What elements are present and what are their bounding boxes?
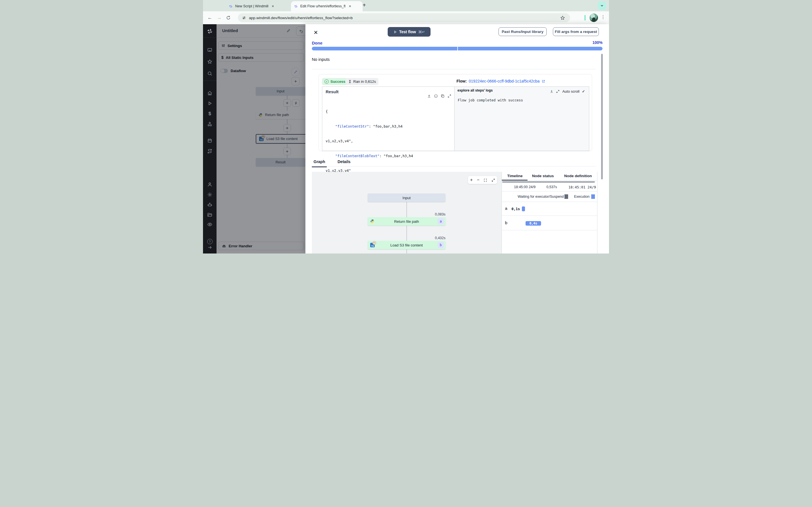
bookmark-star-icon[interactable] (560, 15, 565, 20)
browser-tab-active[interactable]: Edit Flow u/henri/effortless_fl × (291, 1, 363, 11)
zoom-out-icon[interactable]: − (477, 177, 479, 182)
play-icon (393, 30, 397, 34)
sidebar-runs-icon[interactable] (203, 101, 216, 106)
typescript-bun-icon: TS (370, 243, 375, 247)
sidebar-users-icon[interactable] (203, 182, 216, 187)
download-icon[interactable] (427, 94, 431, 98)
sidebar-schedules-icon[interactable] (203, 138, 216, 143)
result-card: ✓ Success Ran in 0,612s Flow: 019224ec-0… (319, 74, 592, 151)
json-line: v1,v2,v3,v4", (326, 138, 413, 144)
sidebar-workers-icon[interactable] (203, 149, 216, 154)
log-line: Flow job completed with success (458, 98, 523, 102)
url-text: app.windmill.dev/flows/edit/u/henri/effo… (249, 16, 353, 20)
tab-close-icon[interactable]: × (349, 4, 351, 8)
url-bar[interactable]: app.windmill.dev/flows/edit/u/henri/effo… (238, 13, 570, 22)
sidebar-favorites-icon[interactable] (203, 59, 216, 64)
sidebar-collapse-icon[interactable] (203, 245, 216, 250)
expand-icon[interactable] (556, 90, 560, 93)
graph-node-b[interactable]: TS Load S3 file content b (368, 241, 446, 249)
autoscroll-check-icon[interactable]: ✓ (582, 89, 585, 94)
forward-icon[interactable]: → (217, 15, 221, 20)
test-flow-label: Test flow (399, 30, 416, 34)
info-icon[interactable] (434, 94, 438, 98)
row-label: b (505, 220, 507, 225)
python-icon (370, 219, 374, 224)
sidebar-folders-icon[interactable] (203, 212, 216, 217)
json-key: "fileContentStr" (335, 124, 369, 128)
no-inputs-text: No inputs (312, 57, 329, 62)
back-icon[interactable]: ← (207, 15, 212, 20)
tab-close-icon[interactable]: × (272, 4, 274, 8)
flow-id-link[interactable]: 019224ec-0666-ccff-9dbd-1c1af5c42cba (469, 79, 540, 83)
timeline-tabs: Timeline Node status Node definition (502, 172, 597, 181)
fill-args-button[interactable]: Fill args from a request (553, 27, 599, 36)
step-a-time: 0,083s (412, 212, 446, 216)
drawer-scrollbar[interactable] (601, 54, 603, 179)
duration-label: Ran in 0,612s (353, 79, 376, 83)
timeline-panel: Timeline Node status Node definition 18:… (502, 172, 598, 253)
fit-view-icon[interactable] (484, 178, 487, 182)
sidebar-ai-icon[interactable] (203, 202, 216, 207)
json-value: : "foo,bar,h3,h4 (379, 154, 413, 158)
test-flow-button[interactable]: Test flow ⌘↵ (388, 27, 430, 37)
fill-args-label: Fill args from a request (555, 30, 597, 34)
sidebar-resources-icon[interactable] (203, 122, 216, 127)
sidebar-search-icon[interactable] (203, 71, 216, 76)
shortcut-hint: ⌘↵ (418, 30, 425, 34)
reload-icon[interactable] (226, 15, 231, 20)
logs-title: explore all steps' logs (458, 89, 493, 93)
success-label: Success (331, 79, 345, 83)
node-label: Return file path (394, 219, 419, 224)
result-pane: Result { "fileContentStr": "foo,bar,h3,h… (322, 87, 454, 151)
sidebar-audit-icon[interactable] (203, 222, 216, 227)
site-settings-icon[interactable] (242, 16, 246, 20)
browser-menu-icon[interactable]: ⋮ (601, 14, 605, 20)
row-duration: 0,1s (511, 207, 520, 211)
autoscroll-label: Auto scroll (562, 89, 579, 94)
sidebar-variables-icon[interactable]: $ (203, 111, 216, 117)
duration-badge: Ran in 0,612s (346, 78, 378, 85)
timeline-duration: 0,537s (546, 185, 557, 189)
copy-icon[interactable] (441, 94, 445, 98)
tab-node-status[interactable]: Node status (532, 174, 554, 178)
windmill-logo-icon[interactable] (203, 28, 216, 34)
past-runs-button[interactable]: Past Runs/Input library (499, 27, 547, 36)
expand-icon[interactable] (448, 94, 451, 98)
new-tab-button[interactable]: + (363, 2, 366, 8)
zoom-in-icon[interactable]: + (470, 177, 472, 182)
browser-tab-inactive[interactable]: New Script | Windmill × (226, 1, 294, 11)
progress-percent: 100% (592, 40, 603, 45)
execution-bar: 0,4s (525, 221, 541, 226)
graph-node-a[interactable]: Return file path a (368, 217, 446, 226)
progress-bar (312, 47, 603, 50)
app-sidebar: $ ? (203, 24, 216, 253)
avatar[interactable] (590, 13, 598, 22)
check-circle-icon: ✓ (324, 79, 329, 83)
close-icon[interactable]: ✕ (313, 29, 318, 36)
sidebar-settings-icon[interactable] (203, 192, 216, 197)
tab-timeline[interactable]: Timeline (507, 174, 523, 178)
tab-search-button[interactable] (598, 1, 606, 10)
chevron-down-icon (600, 4, 604, 8)
graph-node-input[interactable]: Input (368, 193, 446, 202)
sidebar-help-icon[interactable]: ? (203, 239, 216, 244)
browser-tab-strip: New Script | Windmill × Edit Flow u/henr… (203, 0, 609, 11)
external-link-icon[interactable] (542, 79, 545, 83)
extension-pin-indicator (585, 15, 586, 20)
row-label: a (505, 206, 507, 211)
legend-waiting-label: Waiting for executor/Suspend (518, 194, 564, 199)
sidebar-home-icon[interactable] (203, 91, 216, 96)
tab-details[interactable]: Details (336, 158, 352, 167)
status-text: Done (312, 41, 322, 45)
test-flow-drawer: ✕ Test flow ⌘↵ Past Runs/Input library F… (305, 24, 609, 253)
step-b-time: 0,432s (412, 236, 446, 240)
download-icon[interactable] (550, 90, 553, 93)
graph-zoom-toolbar: + − (468, 176, 497, 184)
browser-toolbar: ← → app.windmill.dev/flows/edit/u/henri/… (203, 11, 609, 24)
fullscreen-icon[interactable] (492, 178, 495, 182)
sidebar-workspace-icon[interactable] (203, 47, 216, 52)
step-badge: a (438, 218, 444, 224)
tab-graph[interactable]: Graph (312, 158, 327, 167)
tab-node-definition[interactable]: Node definition (564, 174, 592, 178)
flow-id-label: Flow: (456, 79, 467, 83)
